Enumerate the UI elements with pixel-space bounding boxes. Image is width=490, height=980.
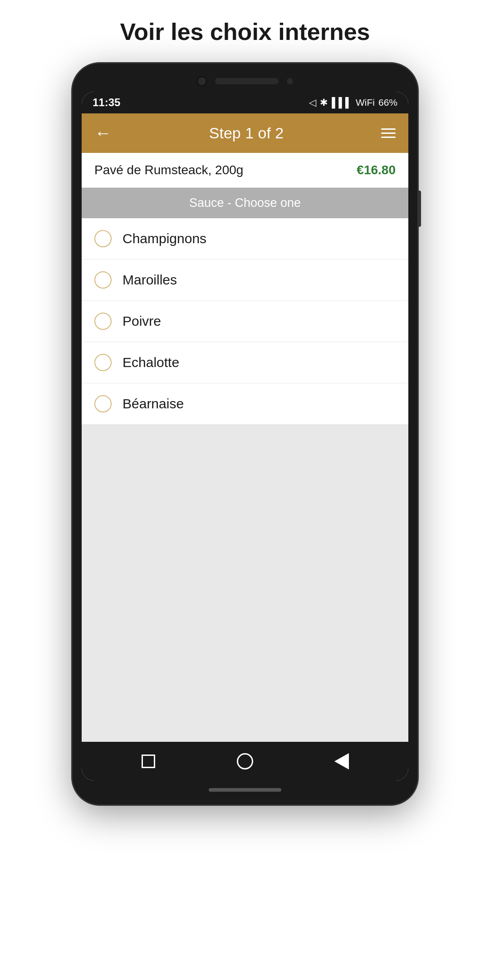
back-button[interactable]: ← xyxy=(94,123,112,143)
radio-echalotte[interactable] xyxy=(94,354,112,371)
menu-button[interactable] xyxy=(381,128,396,138)
bluetooth-icon: ✱ xyxy=(320,97,328,108)
nav-recent-apps-button[interactable] xyxy=(139,752,158,771)
nav-home-button[interactable] xyxy=(235,752,255,771)
nav-back-button[interactable] xyxy=(332,752,351,771)
product-row: Pavé de Rumsteack, 200g €16.80 xyxy=(82,153,408,188)
bottom-nav-bar xyxy=(82,742,408,781)
radio-champignons[interactable] xyxy=(94,230,112,247)
sensor xyxy=(287,78,293,84)
option-label-echalotte: Echalotte xyxy=(122,355,179,370)
phone-bottom-bar xyxy=(82,788,408,792)
option-echalotte[interactable]: Echalotte xyxy=(82,342,408,383)
option-label-maroilles: Maroilles xyxy=(122,272,177,288)
home-icon xyxy=(237,753,253,769)
recent-apps-icon xyxy=(142,755,155,768)
front-camera xyxy=(197,76,207,86)
page-title: Voir les choix internes xyxy=(120,18,370,45)
radio-bearnaise[interactable] xyxy=(94,395,112,412)
header-title: Step 1 of 2 xyxy=(209,124,284,142)
option-bearnaise[interactable]: Béarnaise xyxy=(82,383,408,424)
status-time: 11:35 xyxy=(93,96,120,109)
phone-top-bar xyxy=(82,76,408,86)
radio-poivre[interactable] xyxy=(94,313,112,330)
option-maroilles[interactable]: Maroilles xyxy=(82,260,408,301)
option-label-champignons: Champignons xyxy=(122,231,206,246)
power-button xyxy=(418,191,421,227)
menu-line-3 xyxy=(381,137,396,138)
app-header: ← Step 1 of 2 xyxy=(82,113,408,153)
product-name: Pavé de Rumsteack, 200g xyxy=(94,163,243,177)
option-label-bearnaise: Béarnaise xyxy=(122,396,184,412)
back-icon xyxy=(334,753,349,769)
home-indicator xyxy=(209,788,281,792)
status-bar: 11:35 ◁ ✱ ▌▌▌ WiFi 66% xyxy=(82,92,408,113)
options-list: Champignons Maroilles Poivre Echalotte B… xyxy=(82,218,408,424)
option-label-poivre: Poivre xyxy=(122,314,161,329)
phone-screen: 11:35 ◁ ✱ ▌▌▌ WiFi 66% ← Step 1 of 2 Pav… xyxy=(82,92,408,781)
status-icons: ◁ ✱ ▌▌▌ WiFi 66% xyxy=(309,97,397,108)
wifi-icon: WiFi xyxy=(356,97,375,108)
battery-icon: 66% xyxy=(378,97,397,108)
signal-icon: ▌▌▌ xyxy=(332,97,352,108)
section-header: Sauce - Choose one xyxy=(82,188,408,218)
radio-maroilles[interactable] xyxy=(94,271,112,289)
menu-line-1 xyxy=(381,128,396,130)
location-icon: ◁ xyxy=(309,97,316,108)
speaker xyxy=(215,78,279,84)
option-champignons[interactable]: Champignons xyxy=(82,218,408,260)
menu-line-2 xyxy=(381,132,396,134)
empty-content-area xyxy=(82,424,408,742)
phone-frame: 11:35 ◁ ✱ ▌▌▌ WiFi 66% ← Step 1 of 2 Pav… xyxy=(73,64,417,804)
product-price: €16.80 xyxy=(357,163,396,177)
option-poivre[interactable]: Poivre xyxy=(82,301,408,342)
